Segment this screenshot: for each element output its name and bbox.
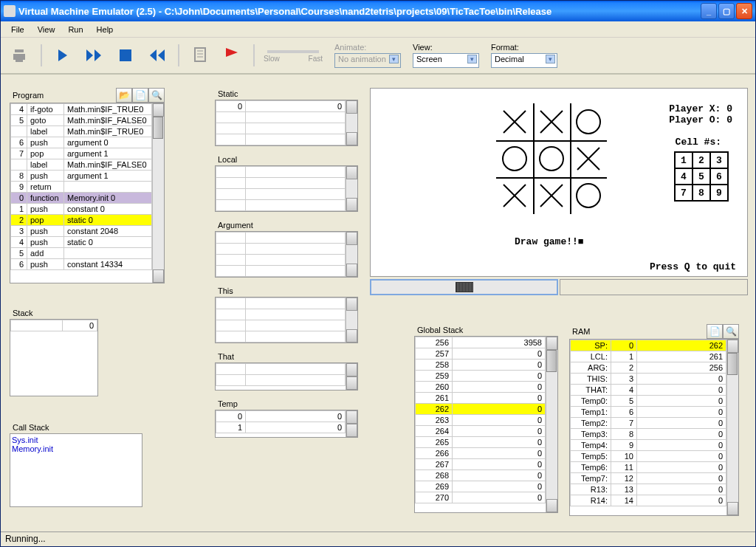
stack-table[interactable]: 0 [10,320,97,331]
svg-rect-0 [120,49,131,61]
that-table[interactable] [216,363,346,386]
ram-open-icon[interactable]: 📄 [707,324,723,339]
ram-title: RAM [569,326,707,337]
globalstack-title: Global Stack [414,324,558,336]
animate-dropdown[interactable]: No animation [334,53,401,68]
game-message: Draw game!!■ [515,236,584,247]
close-button[interactable]: ✕ [736,3,752,19]
titlebar: Virtual Machine Emulator (2.5) - C:\John… [1,1,755,21]
program-title: Program [10,89,116,101]
svg-rect-1 [195,48,205,61]
svg-point-3 [503,147,526,171]
speed-slider[interactable]: SlowFast [264,49,323,63]
svg-point-4 [540,147,563,171]
status-bar: Running... [1,531,755,546]
menu-help[interactable]: Help [91,24,120,35]
format-dropdown[interactable]: Decimal [491,53,557,68]
ram-table[interactable]: SP:0262LCL:1261ARG:2256THIS:30THAT:40Tem… [570,340,726,506]
keyboard-input-bar[interactable] [370,279,558,295]
cell-label: Cell #s: [676,137,721,148]
globalstack-table[interactable]: 2563958257025802590260026102620263026402… [415,337,546,503]
static-scrollbar[interactable] [346,100,357,145]
rewind-icon[interactable] [144,43,169,68]
that-scrollbar[interactable] [346,363,357,390]
menu-view[interactable]: View [32,24,61,35]
menu-file[interactable]: File [5,24,30,35]
screen-display: Player X: 0 Player O: 0 Cell #s: 1234567… [370,88,748,277]
maximize-button[interactable]: ▢ [718,3,735,19]
window-title: Virtual Machine Emulator (2.5) - C:\John… [18,6,701,17]
svg-point-5 [577,184,600,207]
view-dropdown[interactable]: Screen [413,53,479,68]
ram-scrollbar[interactable] [726,340,738,515]
local-table[interactable] [216,166,346,211]
callstack-title: Call Stack [10,422,142,433]
app-icon [4,5,16,17]
temp-scrollbar[interactable] [346,410,357,437]
step-forward-icon[interactable] [51,43,76,68]
quit-message: Press Q to quit [650,261,736,272]
temp-title: Temp [215,398,358,410]
local-title: Local [215,154,358,165]
local-scrollbar[interactable] [346,166,357,211]
ram-search-icon[interactable]: 🔍 [723,324,739,339]
static-title: Static [215,88,358,100]
this-title: This [215,285,358,297]
script-icon[interactable] [188,43,213,68]
player-x-score: Player X: 0 [669,103,732,114]
argument-table[interactable] [216,232,346,277]
fast-forward-icon[interactable] [82,43,107,68]
svg-point-2 [577,110,600,134]
argument-scrollbar[interactable] [346,232,357,277]
stop-icon[interactable] [113,43,138,68]
callstack-item[interactable]: Memory.init [12,444,140,453]
player-o-score: Player O: 0 [669,114,732,125]
print-icon[interactable] [7,43,32,68]
menubar: File View Run Help [1,21,755,38]
callstack-item[interactable]: Sys.init [12,436,140,444]
keyboard-output [560,279,748,295]
stack-title: Stack [10,307,98,319]
program-table[interactable]: 4if-gotoMath.min$IF_TRUE05gotoMath.min$I… [10,103,152,270]
this-table[interactable] [216,297,346,343]
animate-label: Animate: [334,43,401,52]
toolbar: SlowFast Animate: No animation View: Scr… [1,38,755,75]
minimize-button[interactable]: _ [701,3,717,19]
globalstack-scrollbar[interactable] [546,337,557,512]
flag-icon[interactable] [219,43,244,68]
static-table[interactable]: 00 [216,100,346,145]
cell-number-table: 123456789 [674,151,729,202]
search-icon[interactable]: 🔍 [148,88,165,103]
that-title: That [215,351,358,362]
format-label: Format: [491,43,557,52]
view-label: View: [413,43,479,52]
new-file-icon[interactable]: 📄 [132,88,148,103]
argument-title: Argument [215,219,358,231]
program-scrollbar[interactable] [152,103,164,283]
menu-run[interactable]: Run [62,24,89,35]
this-scrollbar[interactable] [346,297,357,343]
open-folder-icon[interactable]: 📂 [116,88,132,103]
temp-table[interactable]: 0010 [216,410,346,433]
keyboard-icon [456,282,473,292]
